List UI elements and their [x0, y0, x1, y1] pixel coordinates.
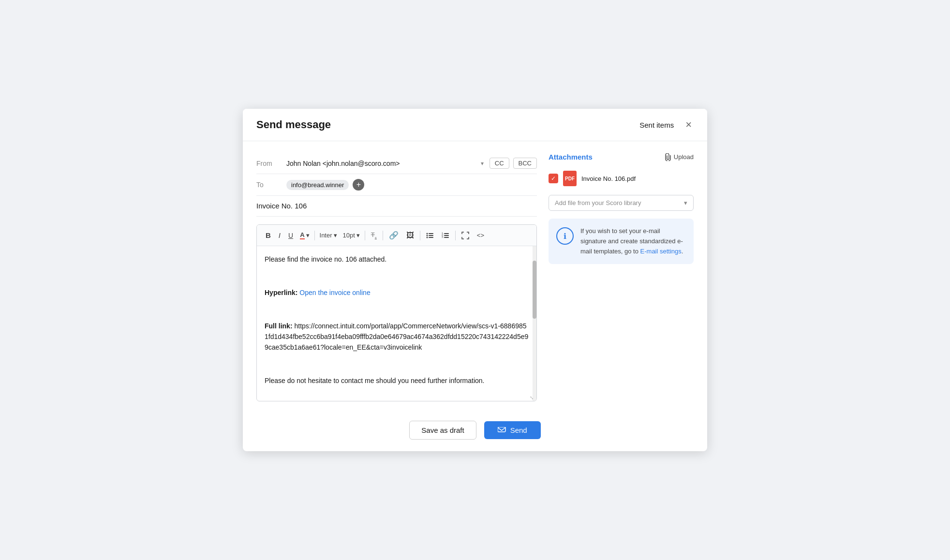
from-row: From John Nolan <john.nolan@scoro.com> ▾… [256, 153, 537, 174]
hyperlink-link[interactable]: Open the invoice online [299, 289, 370, 296]
bcc-button[interactable]: BCC [513, 158, 537, 169]
code-icon: <> [477, 232, 484, 239]
toolbar-sep-5 [455, 231, 456, 240]
svg-point-4 [426, 236, 428, 238]
to-label: To [256, 181, 281, 189]
from-dropdown[interactable]: John Nolan <john.nolan@scoro.com> ▾ [286, 160, 484, 167]
add-file-placeholder: Add file from your Scoro library [555, 199, 641, 206]
info-icon: ℹ [556, 227, 574, 245]
from-dropdown-arrow[interactable]: ▾ [481, 160, 484, 167]
italic-button[interactable]: I [276, 229, 283, 241]
add-file-arrow: ▾ [684, 199, 687, 206]
save-draft-button[interactable]: Save as draft [409, 421, 476, 440]
attachment-checkbox[interactable]: ✓ [549, 174, 558, 183]
toolbar-sep-2 [365, 231, 365, 240]
sent-items-link[interactable]: Sent items [639, 121, 674, 129]
attachment-name: Invoice No. 106.pdf [581, 175, 636, 182]
svg-rect-11 [444, 237, 449, 238]
hyperlink-label: Hyperlink: [265, 289, 297, 296]
editor-blank2 [265, 304, 529, 314]
svg-rect-5 [429, 237, 433, 238]
left-panel: From John Nolan <john.nolan@scoro.com> ▾… [256, 153, 537, 401]
bold-button[interactable]: B [263, 229, 274, 241]
modal-body: From John Nolan <john.nolan@scoro.com> ▾… [243, 141, 707, 413]
clear-format-label: Tx [371, 231, 377, 240]
info-text-after: . [682, 248, 683, 255]
editor-blank1 [265, 270, 529, 281]
bullet-list-icon [426, 232, 434, 239]
upload-label: Upload [674, 153, 694, 161]
editor-line1: Please find the invoice no. 106 attached… [265, 254, 529, 265]
subject-value: Invoice No. 106 [256, 202, 307, 210]
modal-title: Send message [256, 118, 331, 131]
fulllink-url: https://connect.intuit.com/portal/app/Co… [265, 322, 528, 352]
font-size-value: 10pt [343, 232, 355, 239]
email-settings-link[interactable]: E-mail settings [640, 248, 682, 255]
attachments-header: Attachments Upload [549, 153, 694, 161]
paperclip-icon [665, 153, 671, 161]
svg-rect-7 [444, 233, 449, 234]
to-tag: info@bread.winner [286, 180, 349, 190]
info-box: ℹ If you wish to set your e-mail signatu… [549, 219, 694, 264]
svg-point-0 [426, 233, 428, 234]
resize-handle[interactable]: ⤡ [530, 394, 535, 400]
subject-row: Invoice No. 106 [256, 196, 537, 217]
underline-button[interactable]: U [285, 230, 296, 241]
from-value: John Nolan <john.nolan@scoro.com> [286, 160, 478, 167]
fulllink-block: Full link: https://connect.intuit.com/po… [265, 321, 529, 353]
svg-point-2 [426, 235, 428, 236]
modal-header: Send message Sent items × [243, 109, 707, 141]
editor-container: B I U A ▾ Inter ▾ 10pt ▾ [256, 224, 537, 401]
info-text: If you wish to set your e-mail signature… [580, 226, 686, 256]
font-family-select[interactable]: Inter ▾ [318, 230, 339, 240]
close-button[interactable]: × [683, 118, 694, 131]
hyperlink-line: Hyperlink: Open the invoice online [265, 287, 529, 298]
add-recipient-button[interactable]: + [353, 179, 364, 191]
toolbar-sep-1 [314, 231, 315, 240]
font-color-arrow: ▾ [306, 232, 310, 239]
font-size-select[interactable]: 10pt ▾ [341, 230, 362, 240]
image-icon: 🖼 [406, 231, 414, 240]
svg-rect-1 [429, 233, 433, 234]
clear-format-button[interactable]: Tx [368, 229, 380, 242]
toolbar-sep-3 [383, 231, 383, 240]
cc-button[interactable]: CC [490, 158, 509, 169]
font-family-arrow: ▾ [334, 232, 337, 239]
fullscreen-button[interactable] [459, 230, 472, 241]
numbered-list-icon: 1.2.3. [442, 232, 449, 239]
upload-button[interactable]: Upload [665, 153, 694, 161]
svg-rect-3 [429, 235, 433, 236]
font-color-button[interactable]: A ▾ [298, 230, 311, 241]
link-button[interactable]: 🔗 [386, 229, 401, 242]
numbered-list-button[interactable]: 1.2.3. [439, 230, 452, 241]
font-family-value: Inter [320, 232, 332, 239]
right-panel: Attachments Upload ✓ PDF Invoice No. 106… [549, 153, 694, 401]
scrollbar-thumb[interactable] [533, 261, 536, 319]
image-button[interactable]: 🖼 [403, 229, 417, 242]
font-size-arrow: ▾ [356, 232, 360, 239]
link-icon: 🔗 [389, 231, 399, 240]
editor-toolbar: B I U A ▾ Inter ▾ 10pt ▾ [257, 225, 536, 246]
bullet-list-button[interactable] [423, 230, 437, 241]
fulllink-label: Full link: [265, 322, 293, 330]
font-color-label: A [300, 231, 304, 239]
send-message-modal: Send message Sent items × From John Nola… [243, 109, 707, 451]
code-button[interactable]: <> [474, 230, 487, 241]
editor-blank3 [265, 359, 529, 369]
editor-body[interactable]: Please find the invoice no. 106 attached… [257, 246, 536, 401]
pdf-icon: PDF [563, 171, 577, 186]
header-right: Sent items × [639, 118, 694, 131]
editor-line2: Please do not hesitate to contact me sho… [265, 375, 529, 386]
to-field-container: info@bread.winner + [286, 179, 537, 191]
add-file-dropdown[interactable]: Add file from your Scoro library ▾ [549, 195, 694, 211]
attachment-item: ✓ PDF Invoice No. 106.pdf [549, 168, 694, 189]
modal-footer: Save as draft Send [243, 413, 707, 451]
svg-text:PDF: PDF [565, 176, 575, 181]
svg-rect-9 [444, 235, 449, 236]
send-button[interactable]: Send [484, 421, 541, 439]
to-row: To info@bread.winner + [256, 174, 537, 196]
svg-text:3.: 3. [442, 236, 444, 238]
attachments-title: Attachments [549, 153, 593, 161]
from-label: From [256, 160, 281, 167]
svg-rect-14 [498, 427, 505, 432]
